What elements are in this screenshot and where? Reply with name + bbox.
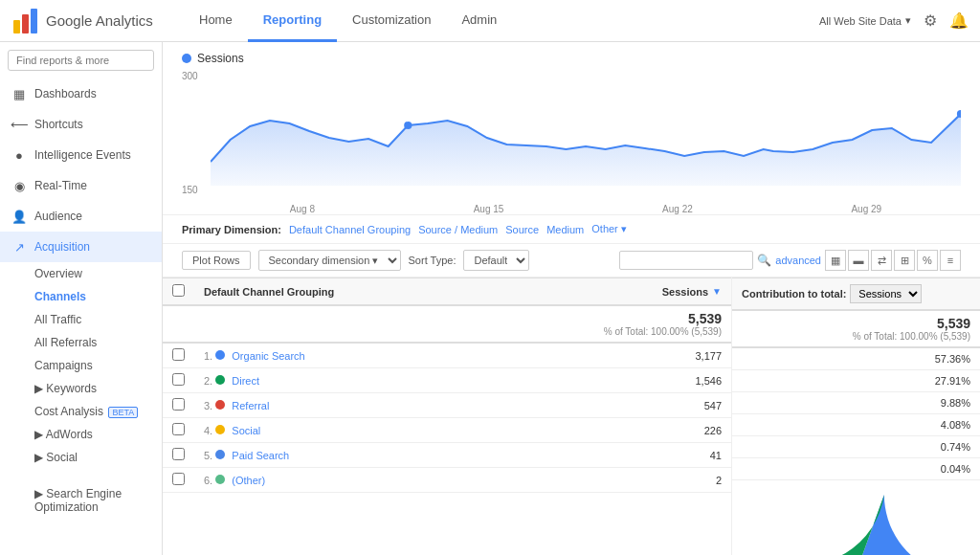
nav-reporting[interactable]: Reporting (248, 0, 337, 42)
data-table-left: Default Channel Grouping Sessions ▼ (163, 278, 731, 555)
intelligence-icon: ● (11, 147, 27, 163)
row-2-checkbox[interactable] (172, 373, 185, 386)
contrib-row-2: 27.91% (732, 370, 980, 392)
advanced-search-link[interactable]: advanced (775, 255, 821, 266)
plot-rows-button[interactable]: Plot Rows (182, 251, 251, 270)
svg-text:27.9%: 27.9% (801, 531, 838, 545)
app-container: Google Analytics Home Reporting Customiz… (0, 0, 980, 555)
sidebar-item-audience[interactable]: 👤 Audience (0, 201, 162, 232)
nav-customization[interactable]: Customization (337, 0, 446, 42)
row-4-checkbox[interactable] (172, 423, 185, 435)
table-header-channel: Default Channel Grouping (194, 278, 475, 306)
table-search-input[interactable] (619, 251, 753, 270)
dim-source[interactable]: Source (505, 224, 539, 235)
view-icon-compare[interactable]: ⇄ (871, 250, 892, 271)
direct-link[interactable]: Direct (232, 375, 259, 387)
sidebar-label-realtime: Real-Time (34, 179, 87, 192)
total-contrib: 5,539 (742, 316, 970, 331)
sidebar-label-shortcuts: Shortcuts (34, 118, 83, 131)
contribution-total-row: 5,539 % of Total: 100.00% (5,539) (732, 310, 980, 347)
row-5-checkbox[interactable] (172, 448, 185, 460)
other-link[interactable]: (Other) (232, 475, 265, 486)
x-label-aug8: Aug 8 (290, 204, 315, 214)
organic-sessions: 3,177 (475, 343, 731, 368)
main-content: Sessions 300 150 (163, 42, 980, 555)
dim-medium[interactable]: Medium (546, 224, 584, 235)
chart-area: Sessions 300 150 (163, 42, 980, 215)
social-sessions: 226 (475, 418, 731, 443)
search-input[interactable] (8, 50, 154, 71)
content-inner: Sessions 300 150 (163, 42, 980, 555)
data-table-container: Default Channel Grouping Sessions ▼ (163, 278, 980, 555)
nav-admin[interactable]: Admin (446, 0, 512, 42)
direct-dot (215, 375, 225, 385)
table-row: 2. Direct 1,546 (163, 368, 731, 393)
sidebar-sub-social[interactable]: ▶ Social (0, 446, 162, 469)
sidebar-item-acquisition[interactable]: ↗ Acquisition (0, 232, 162, 262)
acquisition-icon: ↗ (11, 239, 27, 255)
dim-default-channel[interactable]: Default Channel Grouping (289, 224, 411, 235)
sessions-sort-icon: ▼ (712, 286, 722, 297)
sidebar-sub-allreferrals[interactable]: All Referrals (0, 331, 162, 354)
property-selector[interactable]: All Web Site Data ▾ (819, 14, 911, 27)
sidebar-sub-overview[interactable]: Overview (0, 262, 162, 285)
row-1-checkbox[interactable] (172, 348, 185, 361)
contrib-row-5: 0.74% (732, 436, 980, 458)
sidebar-sub-channels[interactable]: Channels (0, 285, 162, 308)
contrib-row-3: 9.88% (732, 392, 980, 414)
contrib-row-6: 0.04% (732, 458, 980, 480)
sort-type-select[interactable]: Default (463, 250, 529, 271)
top-right-area: All Web Site Data ▾ ⚙ 🔔 (819, 11, 969, 31)
chart-svg-area (211, 71, 961, 195)
sidebar-sub-costanalysis[interactable]: Cost Analysis BETA (0, 400, 162, 423)
view-icon-percent[interactable]: % (917, 250, 938, 271)
view-icon-bar[interactable]: ▬ (848, 250, 869, 271)
primary-dim-label: Primary Dimension: (182, 224, 281, 235)
contribution-metric-select[interactable]: Sessions (850, 284, 922, 303)
dim-source-medium[interactable]: Source / Medium (418, 224, 498, 235)
sidebar-sub-adwords[interactable]: ▶ AdWords (0, 423, 162, 446)
pie-chart: 57.4% 27.9% 9.9% (775, 490, 938, 555)
view-icon-pivot[interactable]: ⊞ (894, 250, 915, 271)
direct-sessions: 1,546 (475, 368, 731, 393)
table-row: 5. Paid Search 41 (163, 443, 731, 468)
svg-rect-0 (13, 20, 20, 33)
dim-other[interactable]: Other ▾ (591, 223, 627, 235)
sidebar-item-shortcuts[interactable]: ⟵ Shortcuts (0, 109, 162, 140)
select-all-checkbox[interactable] (172, 284, 185, 297)
referral-link[interactable]: Referral (232, 400, 269, 411)
audience-icon: 👤 (11, 209, 27, 224)
sessions-legend-dot (182, 54, 191, 63)
sidebar-search-box (0, 42, 162, 78)
secondary-dimension-select[interactable]: Secondary dimension ▾ (258, 250, 401, 271)
beta-badge: BETA (108, 407, 138, 418)
paid-search-dot (215, 450, 225, 459)
sidebar-sub-campaigns[interactable]: Campaigns (0, 354, 162, 377)
notifications-icon[interactable]: 🔔 (949, 11, 969, 31)
organic-search-link[interactable]: Organic Search (232, 350, 304, 362)
row-6-checkbox[interactable] (172, 473, 185, 485)
nav-home[interactable]: Home (184, 0, 248, 42)
social-link[interactable]: Social (232, 425, 260, 436)
svg-rect-2 (31, 9, 37, 33)
main-nav: Home Reporting Customization Admin (184, 0, 512, 42)
view-icon-grid[interactable]: ▦ (825, 250, 846, 271)
contribution-header: Contribution to total: Sessions (732, 278, 980, 311)
table-header-sessions[interactable]: Sessions ▼ (475, 278, 731, 306)
settings-icon[interactable]: ⚙ (921, 11, 940, 31)
channels-table: Default Channel Grouping Sessions ▼ (163, 278, 731, 493)
sidebar-item-realtime[interactable]: ◉ Real-Time (0, 170, 162, 201)
contribution-panel: Contribution to total: Sessions (731, 278, 980, 555)
sidebar-item-intelligence[interactable]: ● Intelligence Events (0, 140, 162, 170)
paid-search-link[interactable]: Paid Search (232, 450, 289, 461)
sidebar-sub-alltraffic[interactable]: All Traffic (0, 308, 162, 331)
view-icon-table[interactable]: ≡ (940, 250, 961, 271)
svg-rect-1 (22, 14, 29, 33)
pie-chart-wrapper: 57.4% 27.9% 9.9% (732, 480, 980, 555)
row-3-checkbox[interactable] (172, 398, 185, 411)
sidebar-sub-seo[interactable]: ▶ Search Engine Optimization (0, 469, 162, 519)
sidebar-item-dashboards[interactable]: ▦ Dashboards (0, 78, 162, 109)
property-name: All Web Site Data (819, 15, 902, 27)
table-row: 6. (Other) 2 (163, 468, 731, 493)
sidebar-sub-keywords[interactable]: ▶ Keywords (0, 377, 162, 400)
